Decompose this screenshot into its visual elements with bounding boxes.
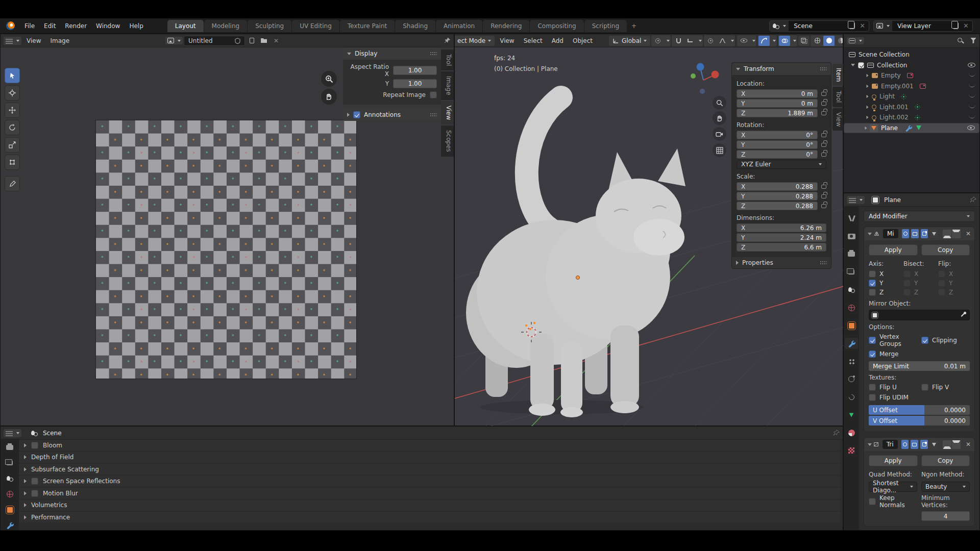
tab-image[interactable]: Image	[441, 71, 454, 100]
flip-x-checkbox[interactable]	[938, 270, 945, 278]
properties-panel-header[interactable]: Properties	[732, 257, 831, 268]
mirror-object-field[interactable]	[869, 310, 970, 320]
merge-checkbox[interactable]	[869, 350, 876, 358]
vp-menu-view[interactable]: View	[496, 36, 518, 46]
eye-open-icon[interactable]	[967, 126, 975, 130]
falloff-button[interactable]	[717, 36, 728, 46]
axis-z-checkbox[interactable]	[869, 289, 876, 296]
expand-icon[interactable]	[868, 233, 872, 235]
axis-x-checkbox[interactable]	[869, 270, 876, 278]
tab-modeling[interactable]: Modeling	[204, 20, 248, 32]
viewport-toggle[interactable]	[911, 440, 918, 449]
viewport-scene[interactable]: fps: 24 (0) Collection | Plane Transform	[455, 47, 843, 425]
flip-y-checkbox[interactable]	[938, 280, 945, 287]
scale-x-field[interactable]: X0.288	[737, 182, 818, 191]
panel-depth-of-field[interactable]: Depth of Field	[19, 452, 841, 463]
aspect-y-field[interactable]: 1.00	[393, 79, 437, 88]
panel-drag-handle[interactable]	[820, 67, 827, 71]
location-y-field[interactable]: Y0 m	[737, 99, 818, 108]
cursor-tool[interactable]	[5, 85, 20, 101]
move-down-button[interactable]	[952, 440, 961, 449]
editmode-toggle[interactable]	[920, 440, 928, 449]
tab-view-layer[interactable]	[3, 459, 16, 468]
keep-normals-checkbox[interactable]	[869, 498, 876, 505]
tab-view[interactable]: View	[441, 101, 454, 124]
shading-wireframe-button[interactable]	[812, 36, 823, 46]
tab-constraints[interactable]	[845, 391, 858, 403]
dim-z-field[interactable]: Z6.6 m	[737, 243, 826, 252]
row-plane[interactable]: Plane	[844, 123, 979, 134]
gizmo-y-axis[interactable]	[691, 73, 696, 79]
tab-shading[interactable]: Shading	[395, 20, 435, 32]
scale-y-field[interactable]: Y0.288	[737, 192, 818, 201]
lock-icon[interactable]	[821, 194, 826, 198]
copy-button[interactable]: Copy	[921, 455, 970, 466]
panel-subsurface-scattering[interactable]: Subsurface Scattering	[19, 464, 841, 474]
ssr-checkbox[interactable]	[31, 478, 38, 485]
vertex-groups-checkbox[interactable]	[869, 337, 876, 344]
tab-item[interactable]: Item	[832, 64, 844, 86]
row-light-002[interactable]: Light.002	[844, 112, 979, 123]
panel-volumetrics[interactable]: Volumetrics	[19, 500, 841, 511]
pan-hand-icon[interactable]	[713, 111, 726, 125]
lock-icon[interactable]	[821, 143, 826, 147]
panel-bloom[interactable]: Bloom	[19, 440, 841, 450]
render-toggle[interactable]	[901, 440, 909, 449]
unlink-image-button[interactable]: ✕	[271, 36, 282, 46]
panel-drag-handle[interactable]	[430, 52, 437, 56]
eye-closed-icon[interactable]	[969, 94, 975, 97]
tab-render[interactable]	[845, 231, 858, 242]
tab-layout[interactable]: Layout	[167, 20, 204, 32]
expand-icon[interactable]	[868, 443, 872, 446]
rotation-mode-dropdown[interactable]: XYZ Euler	[737, 160, 826, 169]
new-scene-icon[interactable]	[849, 22, 855, 29]
uv-canvas[interactable]: Display Aspect Ratio X1.00 Y1.00 Repeat …	[1, 47, 454, 425]
tab-compositing[interactable]: Compositing	[530, 20, 583, 32]
annotations-checkbox[interactable]	[353, 111, 360, 118]
gizmo-x-axis[interactable]	[712, 71, 719, 79]
uv-menu-view[interactable]: View	[22, 36, 45, 46]
camera-view-icon[interactable]	[713, 127, 726, 141]
flip-udim-checkbox[interactable]	[869, 394, 876, 401]
axis-y-checkbox[interactable]	[869, 280, 876, 287]
tab-tool[interactable]	[845, 213, 858, 224]
shading-material-button[interactable]	[835, 36, 843, 46]
flip-u-checkbox[interactable]	[869, 384, 876, 391]
tab-particles[interactable]	[845, 356, 858, 367]
tab-texture[interactable]	[845, 445, 858, 456]
tab-object[interactable]	[3, 505, 16, 515]
eye-closed-icon[interactable]	[969, 84, 975, 87]
pan-hand-icon[interactable]	[321, 89, 337, 105]
tab-animation[interactable]: Animation	[436, 20, 482, 32]
vp-menu-object[interactable]: Object	[569, 36, 597, 46]
pivot-dropdown[interactable]	[651, 35, 671, 46]
tab-view-layer[interactable]	[845, 266, 858, 278]
snap-toggle[interactable]	[673, 36, 684, 46]
location-x-field[interactable]: X0 m	[737, 89, 818, 98]
gizmos-toggle[interactable]	[758, 36, 770, 46]
fake-user-shield-icon[interactable]	[235, 38, 240, 44]
merge-limit-slider[interactable]: Merge Limit0.01 m	[869, 361, 970, 371]
move-up-button[interactable]	[943, 230, 951, 238]
image-name-field[interactable]: Untitled	[184, 36, 245, 46]
mirror-modifier-header[interactable]: Mi ✕	[864, 227, 974, 240]
tab-object[interactable]	[845, 320, 858, 331]
view-layer-name[interactable]: View Layer	[892, 22, 949, 30]
ngon-method-dropdown[interactable]: Beauty	[921, 482, 970, 492]
triangulate-modifier-header[interactable]: Tri ✕	[864, 438, 974, 451]
toggle-ortho-icon[interactable]	[713, 143, 726, 157]
eye-closed-icon[interactable]	[969, 115, 975, 118]
tab-world[interactable]	[845, 302, 858, 313]
add-modifier-dropdown[interactable]: Add Modifier	[864, 211, 975, 222]
open-image-button[interactable]	[258, 36, 270, 46]
pin-icon[interactable]	[444, 37, 451, 44]
tab-world[interactable]	[3, 490, 16, 499]
editmode-toggle[interactable]	[921, 229, 928, 238]
editor-type-button[interactable]	[4, 37, 21, 45]
expand-icon[interactable]	[867, 85, 869, 88]
row-scene-collection[interactable]: Scene Collection	[844, 49, 979, 60]
menu-window[interactable]: Window	[91, 20, 125, 32]
tab-output[interactable]	[845, 248, 858, 260]
collection-checkbox[interactable]	[858, 62, 864, 68]
render-toggle[interactable]	[902, 229, 910, 238]
